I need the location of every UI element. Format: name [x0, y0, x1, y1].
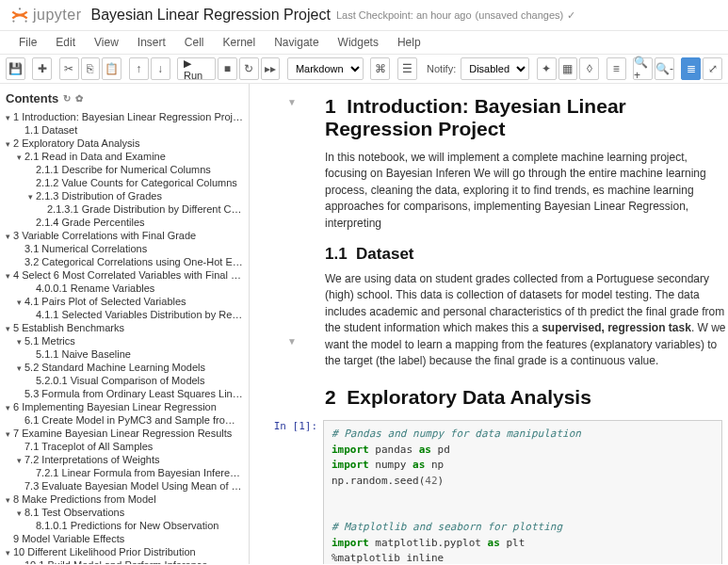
notebook-content: ▼ 1 Introduction: Bayesian Linear Regres…	[250, 84, 728, 564]
command-palette-button[interactable]: ⌘	[370, 57, 390, 80]
caret-icon[interactable]: ▾	[17, 508, 24, 518]
code-cell[interactable]: In [1]: # Pandas and numpy for data mani…	[272, 420, 728, 564]
paste-button[interactable]: 📋	[102, 57, 121, 80]
toc-item-label: 3 Variable Correlations with Final Grade	[13, 230, 196, 241]
toc-item[interactable]: ▾7 Examine Bayesian Linear Regression Re…	[6, 427, 243, 440]
caret-icon[interactable]: ▾	[6, 403, 13, 412]
toc-item-label: 2.1.1 Describe for Numerical Columns	[36, 164, 211, 175]
code-area[interactable]: # Pandas and numpy for data manipulation…	[323, 420, 722, 564]
toc-item[interactable]: ▾8.1 Test Observations	[17, 506, 243, 519]
toc-item[interactable]: ▾2 Exploratory Data Analysis	[6, 137, 243, 150]
toc-item[interactable]: 7.3 Evaluate Bayesian Model Using Mean o…	[17, 479, 243, 492]
vars-button[interactable]: ≡	[607, 57, 626, 80]
toc-item[interactable]: ▾2.1.3 Distribution of Grades	[28, 189, 243, 202]
toc-item-label: 2.1.3 Distribution of Grades	[36, 190, 162, 202]
hide-toolbar-button[interactable]: ◊	[579, 57, 599, 80]
caret-icon[interactable]: ▾	[6, 139, 13, 149]
run-button[interactable]: ▶ Run	[177, 57, 216, 80]
toc-item[interactable]: ▾2.1 Read in Data and Examine	[17, 150, 243, 163]
toc-item[interactable]: 7.2.1 Linear Formula from Bayesian Infer…	[28, 466, 243, 479]
stop-button[interactable]: ■	[218, 57, 237, 80]
toc-item[interactable]: 7.1 Traceplot of All Samples	[17, 440, 243, 453]
menu-cell[interactable]: Cell	[175, 33, 214, 52]
menu-widgets[interactable]: Widgets	[329, 33, 388, 52]
toc-item-label: 4 Select 6 Most Correlated Variables wit…	[13, 269, 243, 281]
toc-item[interactable]: 6.1 Create Model in PyMC3 and Sample fro…	[17, 413, 243, 427]
move-down-button[interactable]: ↓	[151, 57, 170, 80]
toc-item[interactable]: 9 Model Variable Effects	[6, 532, 243, 545]
refresh-icon[interactable]: ↻	[63, 93, 71, 104]
toc-item[interactable]: ▾6 Implementing Bayesian Linear Regressi…	[6, 400, 243, 413]
toc-item[interactable]: ▾8 Make Predictions from Model	[6, 492, 243, 506]
notify-select[interactable]: Disabled	[461, 57, 529, 80]
toc-item[interactable]: ▾4 Select 6 Most Correlated Variables wi…	[6, 268, 243, 282]
toc-item-label: 2.1.4 Grade Percentiles	[36, 217, 145, 228]
toc-item[interactable]: 2.1.3.1 Grade Distribution by Different …	[40, 202, 243, 216]
toc-item[interactable]: 2.1.4 Grade Percentiles	[28, 216, 243, 229]
caret-icon[interactable]: ▾	[17, 337, 24, 347]
toc-item[interactable]: ▾7.2 Interpretations of Weights	[17, 453, 243, 466]
menu-kernel[interactable]: Kernel	[214, 33, 266, 52]
menu-insert[interactable]: Insert	[128, 33, 175, 52]
toc-item[interactable]: 4.0.0.1 Rename Variables	[28, 282, 243, 295]
caret-icon[interactable]: ▾	[6, 429, 13, 439]
caret-icon[interactable]: ▾	[17, 363, 24, 373]
jupyter-logo[interactable]: jupyter	[9, 5, 82, 25]
toc-list-button[interactable]: ☰	[397, 57, 417, 80]
caret-icon[interactable]: ▾	[17, 153, 24, 162]
toc-item[interactable]: 2.1.2 Value Counts for Categorical Colum…	[28, 176, 243, 189]
toc-item[interactable]: ▾5 Establish Benchmarks	[6, 321, 243, 334]
toc-item[interactable]: 8.1.0.1 Predictions for New Observation	[28, 519, 243, 532]
toc-item[interactable]: ▾10 Different Likelihood Prior Distribut…	[6, 545, 243, 558]
caret-icon[interactable]: ▾	[6, 232, 13, 241]
nav-button[interactable]: ✦	[537, 57, 557, 80]
caret-icon[interactable]: ▾	[17, 456, 24, 465]
menu-view[interactable]: View	[85, 33, 128, 52]
menu-navigate[interactable]: Navigate	[265, 33, 328, 52]
caret-icon[interactable]: ▾	[6, 113, 13, 122]
menu-edit[interactable]: Edit	[46, 33, 85, 52]
celltype-select[interactable]: Markdown	[287, 57, 364, 80]
toc-item[interactable]: 4.1.1 Selected Variables Distribution by…	[28, 308, 243, 321]
caret-icon[interactable]: ▾	[6, 548, 13, 557]
toc-item[interactable]: 1.1 Dataset	[17, 123, 243, 137]
caret-icon[interactable]: ▾	[6, 271, 13, 281]
menu-file[interactable]: File	[9, 33, 46, 52]
restart-button[interactable]: ↻	[239, 57, 259, 80]
collapse-arrow-icon[interactable]: ▼	[287, 97, 297, 107]
zoom-out-button[interactable]: 🔍-	[655, 57, 674, 80]
caret-icon[interactable]: ▾	[6, 495, 13, 505]
add-cell-button[interactable]: ✚	[32, 57, 52, 80]
toc-item[interactable]: ▾5.1 Metrics	[17, 334, 243, 347]
toc-item[interactable]: 10.1 Build Model and Perform Inference	[17, 558, 243, 564]
toc-item[interactable]: 5.3 Formula from Ordinary Least Squares …	[17, 387, 243, 400]
toc-item[interactable]: 5.2.0.1 Visual Comparison of Models	[28, 374, 243, 387]
toc-item-label: 2.1 Read in Data and Examine	[24, 151, 166, 162]
gear-icon[interactable]: ✿	[75, 93, 83, 104]
toc-item[interactable]: 3.2 Categorical Correlations using One-H…	[17, 255, 243, 268]
notebook-title[interactable]: Bayesian Linear Regression Project	[91, 7, 331, 24]
collapse-arrow-icon-2[interactable]: ▼	[287, 336, 297, 347]
caret-icon[interactable]: ▾	[6, 324, 13, 333]
toc-item[interactable]: ▾1 Introduction: Bayesian Linear Regress…	[6, 110, 243, 123]
move-up-button[interactable]: ↑	[129, 57, 149, 80]
restart-run-all-button[interactable]: ▸▸	[261, 57, 281, 80]
expand-button[interactable]: ⤢	[703, 57, 722, 80]
save-button[interactable]: 💾	[6, 57, 25, 80]
toc-item[interactable]: 5.1.1 Naive Baseline	[28, 347, 243, 361]
dashboard-button[interactable]: ▦	[558, 57, 578, 80]
toc-toggle-button[interactable]: ≣	[681, 57, 701, 80]
copy-button[interactable]: ⎘	[81, 57, 101, 80]
caret-icon[interactable]: ▾	[17, 298, 24, 307]
toc-item-label: 3.1 Numerical Correlations	[24, 243, 147, 254]
cut-button[interactable]: ✂	[59, 57, 79, 80]
toc-item[interactable]: ▾3 Variable Correlations with Final Grad…	[6, 229, 243, 242]
toc-item[interactable]: 3.1 Numerical Correlations	[17, 242, 243, 255]
menu-help[interactable]: Help	[388, 33, 430, 52]
toc-item[interactable]: ▾4.1 Pairs Plot of Selected Variables	[17, 295, 243, 308]
toc-item[interactable]: 2.1.1 Describe for Numerical Columns	[28, 163, 243, 176]
zoom-in-button[interactable]: 🔍+	[633, 57, 653, 80]
caret-icon[interactable]: ▾	[28, 192, 36, 202]
code-content[interactable]: # Pandas and numpy for data manipulation…	[324, 421, 721, 564]
toc-item[interactable]: ▾5.2 Standard Machine Learning Models	[17, 361, 243, 374]
